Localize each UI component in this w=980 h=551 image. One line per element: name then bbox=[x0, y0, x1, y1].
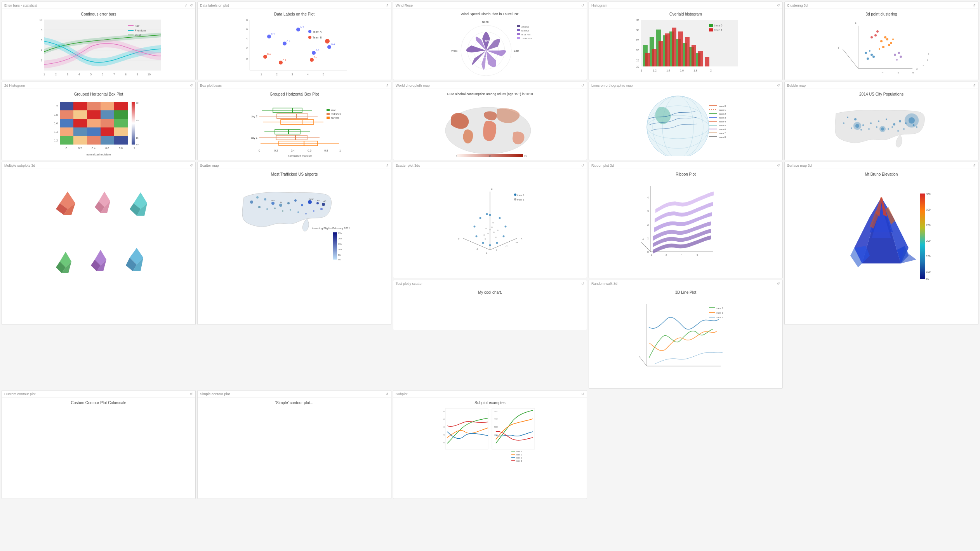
refresh-icon-8[interactable]: ↺ bbox=[581, 84, 584, 87]
svg-text:trace 5: trace 5 bbox=[719, 124, 726, 127]
expand-icon[interactable]: ⤢ bbox=[184, 3, 188, 7]
svg-rect-163 bbox=[73, 127, 87, 136]
refresh-icon[interactable]: ↺ bbox=[190, 3, 193, 7]
svg-text:trace 0: trace 0 bbox=[516, 450, 522, 453]
card-header-data-labels: Data labels on plot ↺ bbox=[198, 2, 391, 9]
svg-text:trace 3: trace 3 bbox=[719, 117, 726, 119]
svg-text:B-n: B-n bbox=[267, 53, 271, 55]
svg-point-121 bbox=[880, 40, 883, 42]
svg-rect-105 bbox=[672, 28, 676, 66]
header-label-box-plot: Box plot basic bbox=[200, 84, 222, 87]
svg-point-52 bbox=[279, 61, 283, 65]
svg-point-256 bbox=[878, 120, 879, 122]
refresh-icon-9[interactable]: ↺ bbox=[777, 84, 780, 87]
header-label-histogram: Histogram bbox=[591, 3, 607, 7]
svg-text:0k: 0k bbox=[338, 258, 341, 261]
card-multi-3d: Multiple subplots 3d ↺ bbox=[2, 162, 196, 325]
svg-text:z: z bbox=[491, 187, 493, 190]
svg-rect-321 bbox=[333, 232, 337, 260]
svg-text:0.8: 0.8 bbox=[324, 149, 328, 152]
header-label-random-walk: Random walk 3d bbox=[591, 282, 617, 286]
svg-text:B-d: B-d bbox=[314, 56, 317, 58]
svg-rect-220 bbox=[327, 117, 330, 119]
heatmap-chart: 2 1.8 1.6 1.4 1.2 0 0.2 0.4 0.6 0.8 1 no… bbox=[48, 98, 149, 158]
svg-text:B-4: B-4 bbox=[331, 43, 335, 45]
svg-text:Incoming Flights February 2011: Incoming Flights February 2011 bbox=[312, 227, 350, 230]
refresh-icon-10[interactable]: ↺ bbox=[973, 84, 976, 87]
svg-point-40 bbox=[267, 35, 271, 38]
svg-text:trace 7: trace 7 bbox=[719, 132, 726, 134]
random-walk-chart: trace 0 trace 1 trace 2 bbox=[635, 296, 736, 382]
svg-text:B-4: B-4 bbox=[271, 33, 275, 35]
svg-rect-113 bbox=[709, 28, 713, 31]
refresh-icon-13[interactable]: ↺ bbox=[581, 164, 584, 167]
svg-text:North: North bbox=[482, 21, 488, 23]
header-label-error-bars: Error bars - statistical bbox=[4, 3, 37, 7]
refresh-icon-7[interactable]: ↺ bbox=[386, 84, 389, 87]
svg-text:trace 0: trace 0 bbox=[716, 307, 723, 309]
svg-text:Fair: Fair bbox=[135, 24, 140, 27]
svg-text:day 1: day 1 bbox=[251, 136, 257, 139]
svg-rect-147 bbox=[60, 102, 73, 110]
refresh-icon-6[interactable]: ↺ bbox=[190, 84, 193, 87]
card-histogram: Histogram ↺ Overlaid histogram 35 30 25 … bbox=[589, 2, 783, 80]
card-header-2d-hist: 2d Histogram ↺ bbox=[2, 82, 195, 89]
svg-text:East: East bbox=[514, 49, 519, 52]
refresh-icon-4[interactable]: ↺ bbox=[777, 3, 780, 7]
card-ortho-map: Lines on orthographic map ↺ bbox=[589, 82, 783, 160]
card-random-walk: Random walk 3d ↺ 3D Line Plot trace 0 bbox=[589, 280, 783, 389]
svg-text:6: 6 bbox=[246, 28, 248, 31]
svg-text:750: 750 bbox=[443, 418, 445, 420]
ortho-chart: trace 0 trace 1 trace 2 trace 3 trace 4 … bbox=[635, 92, 736, 156]
svg-text:1: 1 bbox=[134, 147, 135, 150]
data-labels-chart: 8 6 4 2 0 1 2 3 4 5 B-4 A-3 A-4 A-5 bbox=[238, 18, 351, 78]
svg-text:20%: 20% bbox=[482, 56, 487, 59]
refresh-icon-20[interactable]: ↺ bbox=[581, 282, 584, 286]
svg-rect-110 bbox=[705, 57, 709, 66]
svg-point-272 bbox=[851, 127, 852, 129]
svg-rect-73 bbox=[517, 29, 520, 31]
refresh-icon-19[interactable]: ↺ bbox=[581, 392, 584, 396]
card-header-histogram: Histogram ↺ bbox=[589, 2, 782, 9]
svg-point-271 bbox=[860, 129, 862, 131]
svg-text:4: 4 bbox=[246, 37, 248, 40]
svg-text:350: 350 bbox=[926, 193, 931, 195]
refresh-icon-3[interactable]: ↺ bbox=[581, 3, 584, 7]
svg-text:Ideal: Ideal bbox=[135, 34, 141, 37]
card-header-surface-3d: Surface map 3d ↺ bbox=[785, 162, 978, 169]
refresh-icon-5[interactable]: ↺ bbox=[973, 3, 976, 7]
svg-text:0.6: 0.6 bbox=[105, 147, 109, 150]
card-header-scatter-3d: Scatter plot 3dc ↺ bbox=[393, 162, 587, 169]
svg-text:Premium: Premium bbox=[135, 29, 146, 32]
refresh-icon-14[interactable]: ↺ bbox=[777, 164, 780, 167]
svg-text:25: 25 bbox=[636, 39, 639, 42]
subplot-chart: 800 750 700 650 600 9500 6500 4000 2000 bbox=[443, 406, 537, 496]
refresh-icon-12[interactable]: ↺ bbox=[386, 164, 389, 167]
svg-text:0.2: 0.2 bbox=[78, 147, 82, 150]
svg-rect-413 bbox=[492, 408, 535, 449]
refresh-icon-16[interactable]: ↺ bbox=[777, 282, 780, 286]
refresh-icon-15[interactable]: ↺ bbox=[973, 164, 976, 167]
refresh-icon-18[interactable]: ↺ bbox=[386, 392, 389, 396]
svg-text:x: x bbox=[916, 67, 918, 70]
refresh-icon-17[interactable]: ↺ bbox=[190, 392, 193, 396]
card-body-ribbon-3d: Ribbon Plot 0 1 2 3 4 0 2 4 6 -1 bbox=[589, 169, 782, 273]
svg-line-328 bbox=[490, 238, 517, 250]
card-body-custom-contour: Custom Contour Plot Colorscale bbox=[2, 398, 195, 408]
refresh-icon-11[interactable]: ↺ bbox=[190, 164, 193, 167]
card-header-scatter-map: Scatter map ↺ bbox=[198, 162, 391, 169]
svg-point-136 bbox=[900, 56, 902, 58]
svg-rect-151 bbox=[114, 102, 128, 110]
svg-point-354 bbox=[492, 222, 494, 223]
svg-rect-171 bbox=[114, 136, 128, 145]
svg-point-338 bbox=[496, 242, 498, 244]
svg-text:4: 4 bbox=[78, 73, 80, 76]
svg-text:2: 2 bbox=[486, 252, 488, 254]
svg-text:35: 35 bbox=[636, 19, 639, 21]
refresh-icon-2[interactable]: ↺ bbox=[386, 3, 389, 7]
svg-rect-167 bbox=[60, 136, 73, 145]
svg-point-296 bbox=[316, 202, 319, 204]
card-test-scatter: Test plotly scatter ↺ My cool chart. bbox=[393, 280, 587, 330]
svg-text:trace 2: trace 2 bbox=[516, 457, 522, 459]
svg-text:trace 1: trace 1 bbox=[516, 453, 522, 456]
